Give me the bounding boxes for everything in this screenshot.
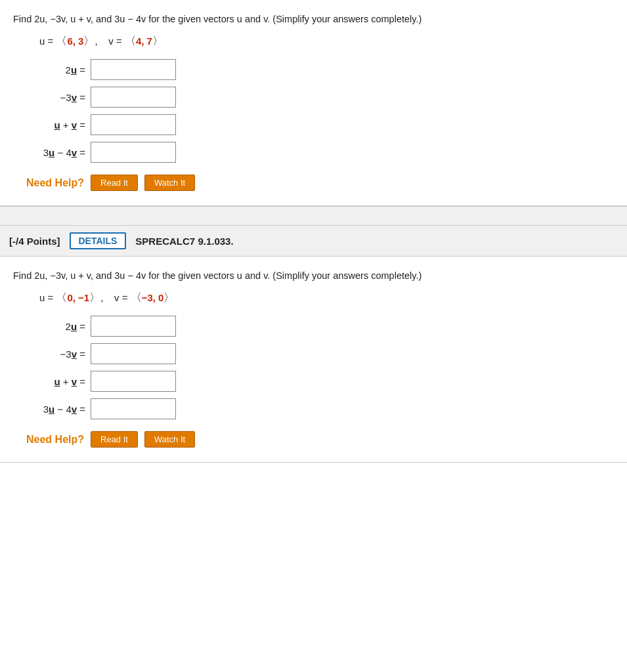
problem-id-2: SPRECALC7 9.1.033. [135,236,233,247]
need-help-label-1: Need Help? [26,177,84,189]
uplusv-row-1: u + v = [26,114,614,135]
v-label: v = [108,35,125,47]
uplusv-input-2[interactable] [91,371,176,392]
neg3v-label-1: −3v = [26,92,85,103]
uplusv-row-2: u + v = [26,371,614,392]
u-label: u = [39,35,56,47]
v-label-2: v = [114,292,131,303]
watch-it-btn-1[interactable]: Watch It [144,175,195,191]
u-label-2: u = [39,292,56,303]
uplusv-input-1[interactable] [91,114,176,135]
details-btn-2[interactable]: DETAILS [70,232,127,249]
neg3v-row-1: −3v = [26,87,614,108]
2u-row-2: 2u = [26,316,614,337]
neg3v-label-2: −3v = [26,348,85,360]
3uminus4v-label-2: 3u − 4v = [26,404,85,415]
read-it-btn-2[interactable]: Read It [91,431,138,448]
v-values-1: 4, 7 [136,35,152,47]
need-help-label-2: Need Help? [26,434,84,446]
2u-label-2: 2u = [26,321,85,332]
u-values-2: 0, −1 [67,292,89,303]
need-help-row-1: Need Help? Read It Watch It [26,175,614,191]
2u-label-1: 2u = [26,64,85,75]
problem-1-vectors: u = 〈6, 3〉, v = 〈4, 7〉 [39,33,614,49]
3uminus4v-input-2[interactable] [91,398,176,419]
section-separator [0,206,627,226]
read-it-btn-1[interactable]: Read It [91,175,138,191]
problem-1-section: Find 2u, −3v, u + v, and 3u − 4v for the… [0,0,627,206]
neg3v-row-2: −3v = [26,343,614,364]
problem-2-section: Find 2u, −3v, u + v, and 3u − 4v for the… [0,257,627,463]
uplusv-label-1: u + v = [26,119,85,131]
uplusv-label-2: u + v = [26,376,85,387]
3uminus4v-row-2: 3u − 4v = [26,398,614,419]
3uminus4v-input-1[interactable] [91,142,176,163]
points-label-2: [-/4 Points] [9,236,60,247]
2u-row-1: 2u = [26,59,614,80]
3uminus4v-row-1: 3u − 4v = [26,142,614,163]
2u-input-2[interactable] [91,316,176,337]
neg3v-input-1[interactable] [91,87,176,108]
problem-2-header: [-/4 Points] DETAILS SPRECALC7 9.1.033. [0,226,627,257]
watch-it-btn-2[interactable]: Watch It [144,431,195,448]
neg3v-input-2[interactable] [91,343,176,364]
v-values-2: −3, 0 [142,292,164,303]
problem-1-instruction: Find 2u, −3v, u + v, and 3u − 4v for the… [13,12,614,27]
u-values-1: 6, 3 [67,35,83,47]
3uminus4v-label-1: 3u − 4v = [26,147,85,158]
problem-2-vectors: u = 〈0, −1〉, v = 〈−3, 0〉 [39,290,614,305]
problem-2-instruction: Find 2u, −3v, u + v, and 3u − 4v for the… [13,268,614,284]
need-help-row-2: Need Help? Read It Watch It [26,431,614,448]
2u-input-1[interactable] [91,59,176,80]
